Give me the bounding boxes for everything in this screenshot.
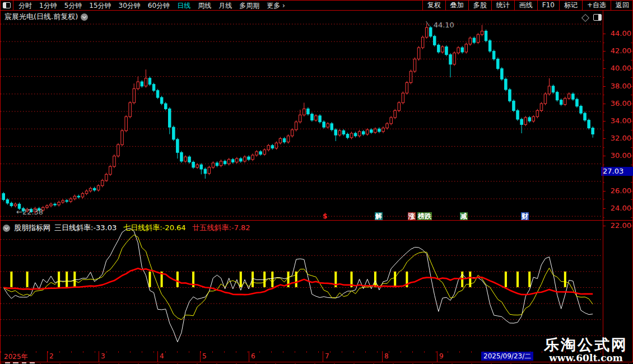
axis-divider-line	[603, 10, 603, 362]
axis-tick-minor	[631, 138, 633, 139]
candle	[224, 161, 226, 164]
price-axis-label: 42.00	[607, 46, 631, 55]
candle	[366, 130, 369, 134]
candle	[176, 139, 179, 152]
period-tab-日线[interactable]: 日线	[177, 1, 190, 10]
toolbar-button-复权[interactable]: 复权	[422, 1, 445, 10]
event-marker-榜跌[interactable]: 榜跌	[417, 212, 432, 220]
candle	[430, 27, 432, 36]
candle	[473, 38, 476, 43]
toolbar-button-叠加[interactable]: 叠加	[445, 1, 468, 10]
signal-bar	[516, 272, 519, 287]
price-axis-label: 24.00	[607, 204, 631, 212]
chevron-down-icon[interactable]	[3, 225, 10, 232]
candle	[259, 152, 262, 155]
window-split-icon[interactable]	[593, 14, 602, 21]
candle	[528, 118, 531, 121]
axis-tick-minor	[631, 147, 633, 148]
price-axis-label: 36.00	[607, 99, 631, 108]
axis-tick-minor	[631, 156, 633, 156]
candle	[148, 78, 151, 85]
axis-tick-minor	[631, 112, 633, 113]
candle	[516, 110, 519, 119]
candle	[6, 200, 9, 203]
toolbar-button-统计[interactable]: 统计	[491, 1, 514, 10]
period-tab-30分钟[interactable]: 30分钟	[119, 1, 141, 10]
candle	[350, 133, 353, 138]
candle	[271, 146, 274, 148]
candle	[413, 59, 416, 71]
current-price-badge: 27.03	[601, 167, 633, 176]
candle	[117, 144, 120, 156]
axis-tick-minor	[631, 86, 633, 87]
candle	[386, 124, 389, 128]
panel-toggle-icon[interactable]	[1, 1, 13, 10]
period-tab-更多 ›[interactable]: 更多 ›	[267, 1, 285, 10]
candle	[109, 166, 112, 174]
month-divider	[157, 351, 158, 362]
period-tab-月线[interactable]: 月线	[218, 1, 232, 10]
event-marker-解[interactable]: 解	[375, 212, 383, 220]
chevron-down-icon[interactable]	[81, 13, 88, 21]
indicator-header: 股朋指标网 三日线斜率:-33.03七日线斜率:-20.64廿五线斜率:-7.8…	[3, 223, 257, 233]
main-chart-panel[interactable]: 44.10←22.38 宸展光电(日线.前复权) $解涨榜跌减财 44.0042…	[1, 10, 633, 220]
period-tab-分时[interactable]: 分时	[18, 1, 32, 10]
candle	[291, 130, 294, 136]
candle	[588, 120, 590, 128]
toolbar-button-画线[interactable]: 画线	[514, 1, 537, 10]
candle	[509, 90, 511, 101]
toolbar-button-多股[interactable]: 多股	[468, 1, 491, 10]
period-tab-多周期[interactable]: 多周期	[239, 1, 259, 10]
candle	[552, 86, 555, 92]
event-marker-涨[interactable]: 涨	[408, 212, 416, 220]
period-tab-5分钟[interactable]: 5分钟	[64, 1, 82, 10]
axis-tick-minor	[631, 165, 633, 165]
candle	[417, 48, 420, 59]
candle	[240, 158, 243, 161]
candle	[73, 196, 76, 199]
candle	[477, 35, 480, 43]
period-tab-1分钟[interactable]: 1分钟	[39, 1, 57, 10]
period-tab-15分钟[interactable]: 15分钟	[89, 1, 111, 10]
candle	[105, 174, 108, 180]
period-tab-60分钟[interactable]: 60分钟	[148, 1, 170, 10]
oscillator-chart[interactable]	[1, 221, 603, 351]
price-axis-label: 32.00	[607, 134, 631, 142]
candle	[378, 129, 381, 132]
candle	[307, 109, 310, 114]
candle	[137, 82, 139, 89]
candle	[54, 204, 57, 205]
toolbar-button-+自选[interactable]: +自选	[582, 1, 611, 10]
time-axis[interactable]: 2025年23456789 2025/09/23/二	[1, 351, 633, 362]
toolbar-button-F10[interactable]: F10	[537, 1, 559, 10]
candle	[14, 204, 17, 206]
candle	[77, 196, 80, 197]
candle	[50, 204, 53, 206]
candle	[488, 41, 491, 52]
period-tab-周线[interactable]: 周线	[198, 1, 211, 10]
candlestick-chart[interactable]: 44.10←22.38	[1, 10, 603, 220]
axis-tick-minor	[631, 104, 633, 104]
indicator-panel[interactable]: 股朋指标网 三日线斜率:-33.03七日线斜率:-20.64廿五线斜率:-7.8…	[1, 220, 633, 352]
candle	[592, 128, 594, 134]
toolbar-button-返回[interactable]: 返回	[611, 1, 633, 10]
signal-bar	[240, 272, 242, 287]
candle	[113, 156, 116, 167]
signal-bar	[73, 272, 76, 287]
month-divider	[437, 351, 437, 362]
toolbar-button-标记[interactable]: 标记	[559, 1, 582, 10]
candle	[283, 138, 286, 142]
event-marker-财[interactable]: 财	[521, 212, 529, 220]
signal-bar	[505, 272, 507, 287]
signal-bar	[564, 272, 566, 287]
candle	[248, 157, 250, 160]
month-divider	[249, 351, 249, 362]
chart-title: 宸展光电(日线.前复权)	[4, 12, 88, 22]
axis-tick-minor	[631, 130, 633, 130]
candle	[121, 130, 124, 144]
event-marker-$[interactable]: $	[322, 212, 328, 220]
candle	[89, 188, 92, 191]
candle	[165, 104, 167, 109]
candle	[244, 157, 246, 161]
event-marker-减[interactable]: 减	[460, 212, 468, 220]
